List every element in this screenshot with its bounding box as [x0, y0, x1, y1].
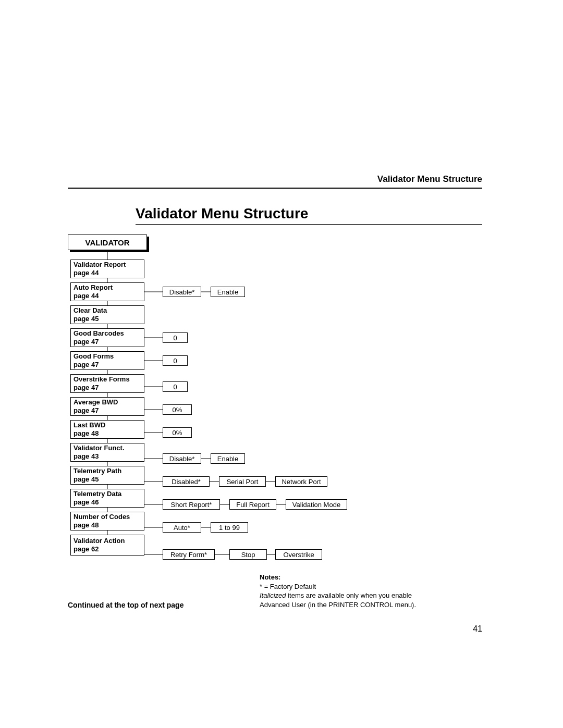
menu-label: Validator Report	[74, 261, 141, 269]
menu-page: page 45	[74, 475, 141, 484]
header-rule	[68, 188, 482, 189]
menu-page: page 62	[74, 545, 141, 553]
menu-page: page 46	[74, 498, 141, 507]
notes-block: Notes: * = Factory Default Italicized it…	[260, 573, 432, 609]
root-box: VALIDATOR	[68, 235, 147, 250]
option-last-bwd-0: 0%	[163, 427, 192, 438]
option-telemetry-path-disabled: Disabled*	[163, 476, 210, 487]
menu-label: Good Forms	[74, 352, 141, 361]
option-good-forms-0: 0	[163, 355, 188, 366]
option-telemetry-data-validation: Validation Mode	[286, 499, 347, 510]
menu-page: page 48	[74, 429, 141, 438]
option-number-codes-auto: Auto*	[163, 522, 201, 533]
option-validator-funct-enable: Enable	[211, 453, 245, 464]
menu-page: page 48	[74, 521, 141, 529]
menu-page: page 47	[74, 384, 141, 392]
menu-label: Validator Action	[74, 537, 141, 545]
menu-item-telemetry-path: Telemetry Path page 45	[70, 466, 144, 485]
option-telemetry-data-short: Short Report*	[163, 499, 220, 510]
notes-heading: Notes:	[260, 573, 432, 582]
title-rule	[136, 224, 482, 225]
menu-item-validator-action: Validator Action page 62	[70, 535, 144, 556]
menu-label: Telemetry Path	[74, 467, 141, 475]
menu-label: Number of Codes	[74, 513, 141, 521]
menu-item-last-bwd: Last BWD page 48	[70, 420, 144, 439]
option-average-bwd-0: 0%	[163, 404, 192, 415]
menu-label: Average BWD	[74, 398, 141, 406]
menu-label: Auto Report	[74, 283, 141, 292]
menu-page: page 47	[74, 361, 141, 369]
document-page: Validator Menu Structure Validator Menu …	[0, 0, 563, 728]
menu-page: page 47	[74, 406, 141, 415]
option-telemetry-path-network: Network Port	[275, 476, 327, 487]
menu-page: page 45	[74, 315, 141, 323]
menu-page: page 47	[74, 338, 141, 346]
menu-tree: VALIDATOR	[68, 235, 485, 573]
option-telemetry-path-serial: Serial Port	[219, 476, 266, 487]
option-auto-report-enable: Enable	[211, 287, 245, 297]
option-good-barcodes-0: 0	[163, 332, 188, 343]
menu-label: Clear Data	[74, 306, 141, 315]
menu-label: Telemetry Data	[74, 490, 141, 498]
menu-label: Last BWD	[74, 421, 141, 429]
menu-item-overstrike-forms: Overstrike Forms page 47	[70, 374, 144, 393]
page-number: 41	[0, 624, 482, 634]
menu-page: page 43	[74, 452, 141, 461]
menu-item-auto-report: Auto Report page 44	[70, 282, 144, 301]
section-title: Validator Menu Structure	[136, 205, 482, 224]
menu-page: page 44	[74, 269, 141, 277]
menu-page: page 44	[74, 292, 141, 300]
menu-item-average-bwd: Average BWD page 47	[70, 397, 144, 416]
option-validator-funct-disable: Disable*	[163, 453, 201, 464]
menu-item-validator-report: Validator Report page 44	[70, 260, 144, 278]
section-title-block: Validator Menu Structure	[136, 205, 482, 225]
menu-label: Overstrike Forms	[74, 375, 141, 384]
option-validator-action-retry: Retry Form*	[163, 549, 215, 560]
page-header: Validator Menu Structure	[68, 174, 482, 189]
menu-label: Good Barcodes	[74, 329, 141, 338]
continued-text: Continued at the top of next page	[68, 601, 183, 609]
menu-item-validator-funct: Validator Funct. page 43	[70, 443, 144, 462]
menu-item-good-forms: Good Forms page 47	[70, 351, 144, 370]
running-head: Validator Menu Structure	[68, 174, 482, 188]
menu-item-telemetry-data: Telemetry Data page 46	[70, 489, 144, 508]
option-validator-action-stop: Stop	[229, 549, 267, 560]
notes-line2: Italicized items are available only when…	[260, 591, 432, 609]
menu-item-good-barcodes: Good Barcodes page 47	[70, 328, 144, 347]
menu-item-clear-data: Clear Data page 45	[70, 305, 144, 324]
notes-line1: * = Factory Default	[260, 582, 432, 591]
option-number-codes-range: 1 to 99	[211, 522, 248, 533]
option-telemetry-data-full: Full Report	[229, 499, 276, 510]
option-overstrike-forms-0: 0	[163, 381, 188, 392]
option-auto-report-disable: Disable*	[163, 287, 201, 297]
option-validator-action-overstrike: Overstrike	[275, 549, 322, 560]
notes-italic: Italicized	[260, 591, 286, 599]
menu-label: Validator Funct.	[74, 444, 141, 452]
menu-item-number-of-codes: Number of Codes page 48	[70, 512, 144, 530]
